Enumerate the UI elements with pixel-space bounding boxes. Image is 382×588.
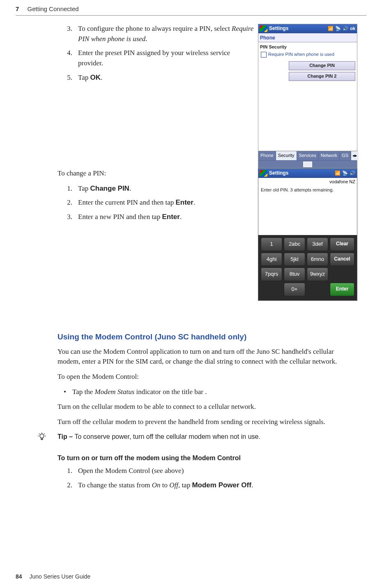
lightbulb-icon xyxy=(37,432,58,445)
page-header: 7 Getting Connected xyxy=(16,4,366,16)
key-3[interactable]: 3def xyxy=(307,238,328,251)
require-pin-checkbox[interactable]: Require PIN when phone is used xyxy=(261,51,354,58)
tab-gs[interactable]: GS xyxy=(340,151,351,160)
key-2[interactable]: 2abc xyxy=(284,238,305,251)
step-3: 3. To configure the phone to always requ… xyxy=(58,24,254,44)
group-label: PIN Security xyxy=(260,44,355,51)
key-clear[interactable]: Clear xyxy=(330,238,354,251)
step-5: 5. Tap OK. xyxy=(58,73,254,83)
change-pin2-button[interactable]: Change PIN 2 xyxy=(289,72,355,81)
tab-network[interactable]: Network xyxy=(319,151,340,160)
page-number: 84 xyxy=(16,573,22,580)
tab-security[interactable]: Security xyxy=(276,151,297,160)
carrier-label: vodafone NZ xyxy=(258,178,357,186)
screenshot-phone-settings: Settings 📶 📡 🔊 ok Phone PIN Security Req… xyxy=(258,24,357,168)
keyboard-icon[interactable] xyxy=(303,161,312,167)
modem-intro-paragraph: You can use the Modem Control applicatio… xyxy=(58,347,357,367)
step-4: 4. Enter the preset PIN assigned by your… xyxy=(58,48,254,68)
key-8[interactable]: 8tuv xyxy=(284,267,305,281)
key-6[interactable]: 6mno xyxy=(307,253,328,266)
chapter-title: Getting Connected xyxy=(28,5,79,12)
key-4[interactable]: 4ghi xyxy=(261,253,282,266)
screen-heading: Phone xyxy=(258,33,357,42)
steps-modem-toggle: 1. Open the Modem Control (see above) 2.… xyxy=(58,466,357,490)
key-0[interactable]: 0+ xyxy=(284,283,305,296)
tab-phone[interactable]: Phone xyxy=(258,151,276,160)
tab-scroll-arrows[interactable]: ◂▸ xyxy=(351,151,359,160)
pin-prompt: Enter old PIN. 3 attempts remaining. xyxy=(258,186,357,194)
svg-point-0 xyxy=(40,434,44,438)
step-b1: 1. Tap Change PIN. xyxy=(58,184,254,194)
step-b2: 2. Enter the current PIN and then tap En… xyxy=(58,198,254,208)
bullet-modem-status: • Tap the Modem Status indicator on the … xyxy=(58,387,357,397)
antenna-icon: 📡 xyxy=(342,170,348,177)
signal-icon: 📶 xyxy=(335,170,341,177)
key-cancel[interactable]: Cancel xyxy=(330,253,354,266)
page-footer: 84 Juno Series User Guide xyxy=(16,572,90,581)
section-heading-modem-control: Using the Modem Control (Juno SC handhel… xyxy=(58,331,357,343)
start-flag-icon[interactable] xyxy=(260,25,267,32)
chapter-number: 7 xyxy=(16,5,19,12)
start-flag-icon[interactable] xyxy=(260,170,267,177)
key-enter[interactable]: Enter xyxy=(330,283,354,296)
window-title: Settings xyxy=(269,170,288,177)
numeric-keypad: 1 2abc 3def Clear 4ghi 5jkl 6mno Cancel … xyxy=(258,235,357,300)
modem-open-lead: To open the Modem Control: xyxy=(58,372,357,382)
subsection-heading-turn-on-off: To turn on or turn off the modem using t… xyxy=(58,453,357,463)
ok-button[interactable]: ok xyxy=(350,25,355,32)
checkbox-icon[interactable] xyxy=(261,52,267,58)
window-title: Settings xyxy=(269,25,288,32)
page-body: Settings 📶 📡 🔊 ok Phone PIN Security Req… xyxy=(58,24,357,495)
tab-services[interactable]: Services xyxy=(297,151,319,160)
signal-icon: 📶 xyxy=(328,25,334,32)
key-9[interactable]: 9wxyz xyxy=(307,267,328,281)
checkbox-label: Require PIN when phone is used xyxy=(268,51,334,58)
speaker-icon: 🔊 xyxy=(350,170,355,177)
antenna-icon: 📡 xyxy=(335,25,341,32)
speaker-icon: 🔊 xyxy=(343,25,348,32)
key-7[interactable]: 7pqrs xyxy=(261,267,282,281)
sip-bar xyxy=(258,160,357,168)
step-c2: 2. To change the status from On to Off, … xyxy=(58,480,357,491)
screenshot-enter-pin: Settings 📶 📡 🔊 vodafone NZ Enter old PIN… xyxy=(258,168,357,301)
tip-callout: Tip – To conserve power, turn off the ce… xyxy=(37,432,357,445)
key-5[interactable]: 5jkl xyxy=(284,253,305,266)
tab-strip: Phone Security Services Network GS ◂▸ xyxy=(258,151,357,160)
key-1[interactable]: 1 xyxy=(261,238,282,251)
step-b3: 3. Enter a new PIN and then tap Enter. xyxy=(58,212,254,222)
step-c1: 1. Open the Modem Control (see above) xyxy=(58,466,357,476)
modem-turn-off: Turn off the cellular modem to prevent t… xyxy=(58,417,357,427)
modem-turn-on: Turn on the cellular modem to be able to… xyxy=(58,402,357,412)
book-title: Juno Series User Guide xyxy=(29,573,90,580)
change-pin-button[interactable]: Change PIN xyxy=(289,61,355,70)
titlebar: Settings 📶 📡 🔊 ok xyxy=(258,24,357,33)
titlebar: Settings 📶 📡 🔊 xyxy=(258,169,357,178)
